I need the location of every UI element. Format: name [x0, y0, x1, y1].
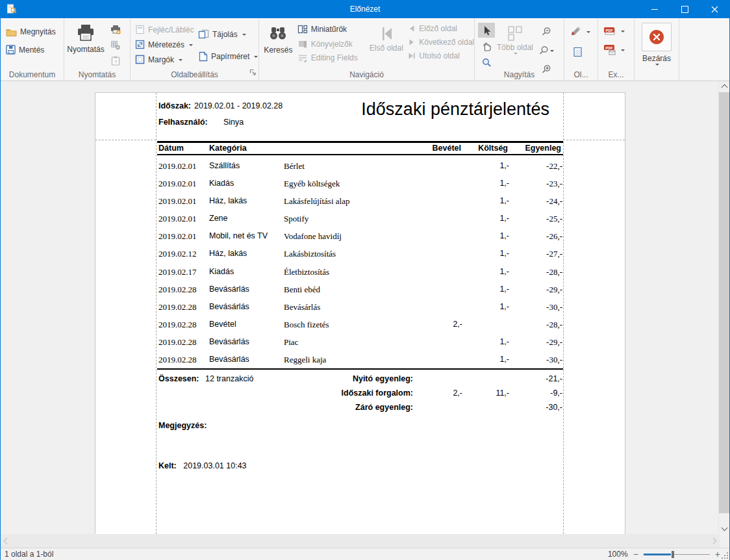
maximize-button[interactable]: [670, 0, 699, 18]
ribbon-group-page-setup: Fejléc/Lábléc Méretezés Margók Tájolás P…: [131, 18, 259, 81]
zoom-slider[interactable]: [644, 551, 710, 558]
zoom-in-control[interactable]: +: [715, 551, 720, 557]
cell-category: Bevétel: [209, 320, 236, 329]
print-help-button[interactable]: ?: [107, 55, 124, 66]
zoom-percentage: 100%: [608, 550, 628, 559]
ribbon-group-zoom: Több oldal Nagyítás: [475, 18, 564, 81]
magnifier-tool-button[interactable]: [478, 55, 495, 70]
floppy-icon: [6, 45, 16, 55]
title-bar: Előnézet: [1, 0, 729, 18]
orientation-button[interactable]: Tájolás: [198, 29, 246, 39]
page-count-text: 1 oldal a 1-ból: [5, 550, 53, 559]
open-button[interactable]: Megnyitás: [6, 27, 64, 36]
cell-date: 2019.02.28: [158, 355, 197, 365]
hand-tool-button[interactable]: [478, 39, 495, 54]
vertical-scrollbar[interactable]: [718, 81, 729, 534]
cell-date: 2019.02.01: [158, 179, 197, 189]
bookmarks-button[interactable]: Könyvjelzők: [297, 39, 369, 49]
pointer-tool-button[interactable]: [478, 23, 495, 38]
cell-description: Bevásárlás: [284, 302, 320, 312]
summary-row-closing: Záró egyenleg: -30,-: [158, 403, 562, 417]
closing-balance-value: -30,-: [546, 403, 562, 412]
cell-cost: 1,-: [499, 196, 509, 205]
turnover-net: -9,-: [550, 388, 562, 398]
summary-rule: [157, 368, 563, 370]
zoom-out-control[interactable]: −: [633, 551, 638, 557]
prev-page-button[interactable]: Előző oldal: [408, 24, 474, 33]
chevron-up-icon: [721, 84, 727, 91]
next-page-button[interactable]: Következő oldal: [408, 38, 474, 47]
header-rule-top: [157, 141, 563, 143]
cell-description: Bérlet: [284, 161, 305, 172]
vertical-scroll-thumb[interactable]: [719, 92, 729, 513]
dropdown-caret: [621, 31, 625, 34]
cell-cost: 1,-: [499, 214, 509, 223]
cell-balance: -30,-: [546, 355, 562, 365]
page-color-button[interactable]: [570, 27, 598, 37]
zoom-slider-thumb[interactable]: [672, 551, 674, 558]
cell-date: 2019.02.17: [158, 267, 197, 277]
binoculars-icon: [268, 25, 288, 43]
last-page-button[interactable]: Utolsó oldal: [408, 51, 474, 60]
resize-grip[interactable]: [727, 557, 728, 559]
ribbon-group-close: Bezárás: [635, 18, 679, 81]
export-pdf-button[interactable]: PDF: [603, 26, 634, 36]
cell-cost: 1,-: [499, 285, 509, 294]
cell-cost: 1,-: [499, 337, 509, 346]
dropdown-caret: [621, 49, 625, 53]
group-label-export: Ex...: [598, 70, 634, 79]
turnover-label: Időszaki forgalom:: [342, 388, 413, 398]
scroll-right-button[interactable]: [709, 535, 720, 546]
send-pdf-email-button[interactable]: PDF: [603, 44, 634, 55]
scroll-left-button[interactable]: [1, 535, 11, 546]
close-preview-button[interactable]: Bezárás: [635, 23, 679, 67]
cell-category: Zene: [209, 214, 228, 223]
table-row: 2019.02.28BevásárlásBevásárlás1,--30,-: [158, 299, 562, 317]
zoom-slider-track: [674, 554, 710, 555]
cell-income: 2,-: [453, 320, 462, 329]
table-row: 2019.02.12Ház, lakásLakásbiztosítás1,--2…: [158, 246, 562, 264]
table-row: 2019.02.28BevásárlásPiac1,--29,-: [158, 335, 562, 352]
preview-workspace[interactable]: Időszak: 2019.02.01 - 2019.02.28 Felhasz…: [1, 81, 720, 534]
cell-balance: -28,-: [546, 267, 562, 277]
created-line: Kelt: 2019.03.01 10:43: [158, 459, 247, 471]
close-window-button[interactable]: [699, 0, 729, 18]
table-row: 2019.02.28BevásárlásBenti ebéd1,--29,-: [158, 282, 562, 299]
multi-page-icon: [507, 25, 523, 42]
cell-date: 2019.02.01: [158, 161, 197, 172]
column-header-category: Kategória: [209, 144, 247, 153]
paper-size-button[interactable]: Papírméret: [198, 51, 258, 62]
quick-print-button[interactable]: [107, 23, 124, 35]
dropdown-caret: [189, 44, 193, 48]
header-footer-icon: [135, 25, 145, 34]
cell-description: Lakásfelújítási alap: [284, 196, 349, 207]
scroll-up-button[interactable]: [719, 81, 729, 92]
scroll-down-button[interactable]: [719, 524, 729, 534]
scaling-button[interactable]: Méretezés: [135, 40, 258, 49]
cell-category: Bevásárlás: [209, 302, 249, 311]
print-options-button[interactable]: [107, 39, 124, 51]
zoom-level-button[interactable]: [535, 43, 557, 58]
svg-text:PDF: PDF: [605, 46, 613, 50]
column-header-balance: Egyenleg: [525, 144, 561, 153]
group-label-navigation: Navigáció: [259, 70, 474, 79]
save-button[interactable]: Mentés: [6, 45, 64, 55]
minimize-button[interactable]: [640, 0, 670, 18]
editing-fields-button[interactable]: Editing Fields: [297, 53, 369, 62]
zoom-out-button[interactable]: [535, 24, 557, 39]
thumbnails-button[interactable]: Miniatűrök: [297, 24, 369, 34]
brush-icon: [570, 27, 582, 37]
cell-balance: -26,-: [546, 231, 562, 242]
preview-window: Előnézet Megnyitás Mentés Dokumentum: [0, 0, 730, 560]
cell-category: Ház, lakás: [209, 249, 247, 258]
watermark-button[interactable]: [573, 47, 598, 57]
created-label: Kelt:: [158, 461, 177, 470]
minimize-icon: [651, 9, 658, 10]
cell-cost: 1,-: [499, 355, 509, 364]
group-label-print: Nyomtatás: [64, 70, 130, 79]
group-label-document: Dokumentum: [1, 70, 64, 79]
window-title: Előnézet: [1, 5, 729, 14]
table-row: 2019.02.01Ház, lakásLakásfelújítási alap…: [158, 194, 562, 211]
horizontal-scrollbar[interactable]: [1, 534, 720, 548]
orientation-icon: [198, 29, 209, 39]
